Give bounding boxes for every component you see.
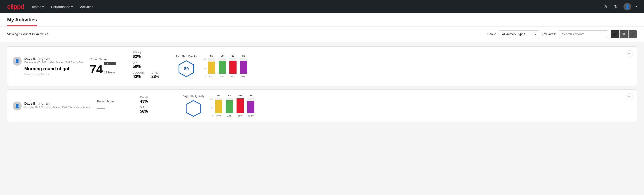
user-details: Dave Billingham December 05, 2021 - Gog …: [24, 57, 82, 76]
toolbar: Viewing 12 out of 29 Activities Show: Al…: [0, 26, 644, 42]
bar-x-label: OTT: [216, 115, 221, 118]
bar-x-label: APP: [220, 76, 224, 78]
chevron-down-icon: ▾: [42, 5, 44, 9]
person-icon: 👤: [15, 104, 20, 108]
edit-button[interactable]: ✏: [626, 93, 633, 100]
avg-shot-quality-label: Avg Shot Quality: [176, 55, 197, 58]
bar-container: [230, 58, 236, 74]
bar-fill: [219, 61, 226, 74]
refresh-icon[interactable]: ↻: [613, 4, 619, 10]
chart-bar-group: 85 OTT: [208, 54, 215, 78]
list-view-icon: ☰: [614, 32, 616, 36]
user-avatar-nav[interactable]: 👤: [624, 3, 631, 10]
activity-card: 👤 Dave Billingham October 16, 2021 - Gog…: [7, 90, 637, 122]
edit-button[interactable]: ✏: [626, 50, 633, 57]
user-info: 👤 Dave Billingham October 16, 2021 - Gog…: [13, 102, 90, 110]
gir-stat: GIR 56%: [140, 106, 176, 114]
score-big: —: [97, 104, 105, 112]
logo[interactable]: clippd: [7, 3, 24, 10]
activity-card: 👤 Dave Billingham December 05, 2021 - Go…: [7, 46, 637, 86]
bar-value-label: 94: [217, 94, 220, 97]
fw-hit-stat: FW Hit 43%: [140, 96, 176, 104]
activity-type-dropdown-wrapper: All Activity Types: [499, 30, 539, 38]
user-date: December 05, 2021 - Gog Magog Golf Club …: [24, 61, 82, 64]
bar-value-label: 106: [238, 94, 242, 97]
compact-view-icon: ☰: [631, 32, 634, 36]
nav-performance[interactable]: Performance ▾: [51, 5, 73, 9]
round-score-section: Round Score 74 +4 18 Holes: [90, 58, 126, 75]
navbar: clippd Teams ▾ Performance ▾ Activities …: [0, 0, 644, 14]
keywords-label: Keywords:: [542, 32, 556, 36]
fw-hit-value: 62%: [132, 54, 168, 59]
bar-fill: [236, 98, 244, 113]
score-value-row: —: [97, 104, 133, 112]
keyword-search-input[interactable]: [559, 30, 608, 38]
user-name: Dave Billingham: [24, 102, 90, 105]
show-label: Show:: [487, 32, 496, 36]
shot-quality-chart: 100 50 0 85 OTT 90 APP: [202, 54, 247, 78]
data-source: Data Source: Arccos: [24, 73, 82, 76]
fw-hit-stat: FW Hit 62%: [132, 51, 168, 59]
chart-y-axis: 100 50 0: [202, 58, 206, 78]
chart-bar-group: 89 PUTT: [240, 54, 247, 78]
one-putt-label: 1 Putt: [151, 71, 168, 74]
gir-value: 56%: [140, 109, 176, 114]
user-details: Dave Billingham October 16, 2021 - Gog M…: [24, 102, 90, 109]
avg-shot-quality-label: Avg Shot Quality: [183, 94, 204, 98]
shot-quality-hex-wrapper: Avg Shot Quality 89: [176, 55, 197, 78]
page-header: My Activities: [0, 14, 644, 26]
holes-label: 18 Holes: [104, 71, 115, 74]
list-view-button[interactable]: ☰: [610, 30, 619, 38]
activities-list: 👤 Dave Billingham December 05, 2021 - Go…: [0, 42, 644, 130]
chart-bar-group: 90 APP: [219, 54, 226, 78]
fw-hit-label: FW Hit: [140, 96, 176, 99]
bar-value-label: 85: [210, 54, 213, 57]
chart-bar-group: 94 OTT: [215, 94, 222, 118]
shot-quality-section: Avg Shot Quality 100 50 0 94: [183, 94, 631, 118]
compact-view-button[interactable]: ☰: [628, 30, 637, 38]
bar-container: [208, 58, 215, 74]
bar-x-label: PUTT: [241, 76, 246, 78]
one-putt-stat: 1 Putt 28%: [151, 71, 168, 79]
round-score-section: Round Score —: [97, 100, 133, 112]
updown-stat: Up/Down 43%: [132, 71, 150, 79]
nav-teams[interactable]: Teams ▾: [31, 5, 44, 9]
bar-x-label: PUTT: [248, 115, 254, 118]
page-title: My Activities: [7, 17, 37, 26]
chart-bar-group: 89 ARG: [230, 54, 236, 78]
bar-container: [247, 98, 254, 113]
grid-view-button[interactable]: ⊞: [620, 30, 628, 38]
round-score-label: Round Score: [90, 58, 126, 61]
bar-x-label: ARG: [230, 76, 236, 78]
nav-activities[interactable]: Activities: [80, 5, 93, 9]
activity-type-select[interactable]: All Activity Types: [499, 30, 539, 38]
chart-bar-group: 87 PUTT: [247, 94, 254, 118]
bar-value-label: 89: [232, 54, 234, 57]
svg-text:89: 89: [184, 66, 189, 71]
bar-x-label: OTT: [209, 76, 214, 78]
bar-fill: [215, 100, 222, 113]
bars-container: 85 OTT 90 APP 89 ARG 89: [208, 54, 247, 78]
one-putt-value: 28%: [151, 74, 168, 79]
chart-bar-group: 92 APP: [226, 94, 233, 118]
avatar: 👤: [13, 57, 22, 66]
updown-value: 43%: [132, 74, 150, 79]
gir-label: GIR: [132, 61, 168, 64]
round-score-label: Round Score: [97, 100, 133, 103]
bar-container: [240, 58, 247, 74]
bar-value-label: 92: [228, 94, 231, 97]
score-value-row: 74 +4 18 Holes: [90, 62, 126, 75]
shot-quality-hexagon: [184, 100, 202, 117]
viewing-count-text: Viewing 12 out of 29 Activities: [7, 32, 484, 36]
gir-stat: GIR 50%: [132, 61, 168, 69]
bar-value-label: 90: [221, 54, 224, 57]
shot-quality-chart: 100 50 0 94 OTT 92 APP: [210, 94, 254, 118]
add-icon[interactable]: ⊕: [602, 4, 608, 10]
user-icon: 👤: [625, 4, 630, 9]
bar-x-label: APP: [227, 115, 232, 118]
chart-y-axis: 100 50 0: [210, 98, 213, 118]
bar-value-label: 89: [242, 54, 245, 57]
score-meta: +4 18 Holes: [104, 62, 115, 75]
nav-right-icons: ⊕ ↻ 👤 ▾: [602, 3, 637, 10]
toolbar-filters: Show: All Activity Types Keywords: ☰ ⊞ ☰: [487, 30, 637, 38]
